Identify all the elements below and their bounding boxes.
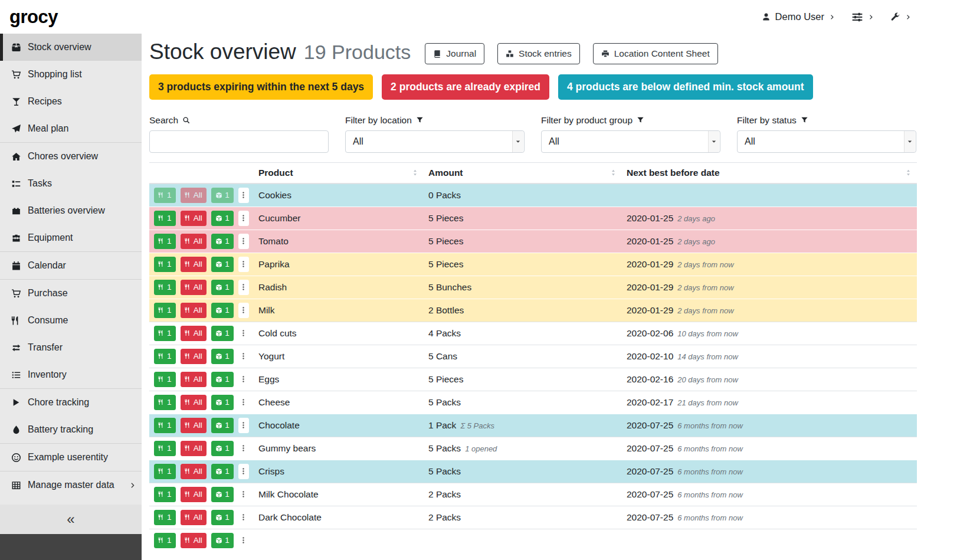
sidebar-item-tasks[interactable]: Tasks bbox=[0, 170, 142, 197]
sidebar-item-manage-master-data[interactable]: Manage master data bbox=[0, 471, 142, 499]
below-min-stock-badge[interactable]: 4 products are below defined min. stock … bbox=[558, 74, 813, 100]
consume-one-button[interactable]: 1 bbox=[154, 211, 176, 226]
consume-all-button[interactable]: All bbox=[181, 211, 207, 226]
consume-all-button[interactable]: All bbox=[181, 257, 207, 272]
sidebar-item-meal-plan[interactable]: Meal plan bbox=[0, 115, 142, 142]
sidebar-item-batteries-overview[interactable]: Batteries overview bbox=[0, 197, 142, 224]
expiring-products-badge[interactable]: 3 products expiring within the next 5 da… bbox=[149, 74, 373, 100]
row-menu-button[interactable] bbox=[238, 418, 249, 433]
sidebar-item-transfer[interactable]: Transfer bbox=[0, 334, 142, 361]
sidebar-item-example-userentity[interactable]: Example userentity bbox=[0, 444, 142, 471]
open-one-button[interactable]: 1 bbox=[211, 349, 234, 364]
consume-one-button[interactable]: 1 bbox=[154, 372, 176, 387]
consume-one-button[interactable]: 1 bbox=[154, 418, 176, 433]
consume-one-button[interactable]: 1 bbox=[154, 510, 176, 525]
row-menu-button[interactable] bbox=[238, 234, 249, 249]
consume-one-button[interactable]: 1 bbox=[154, 487, 176, 502]
sidebar-item-consume[interactable]: Consume bbox=[0, 307, 142, 334]
open-one-button[interactable]: 1 bbox=[211, 395, 234, 410]
consume-all-button[interactable]: All bbox=[181, 441, 207, 456]
consume-one-button[interactable]: 1 bbox=[154, 441, 176, 456]
sidebar-item-equipment[interactable]: Equipment bbox=[0, 224, 142, 251]
consume-all-button[interactable]: All bbox=[181, 280, 207, 295]
consume-all-button[interactable]: All bbox=[181, 395, 207, 410]
row-menu-button[interactable] bbox=[238, 533, 249, 548]
sidebar-item-calendar[interactable]: Calendar bbox=[0, 252, 142, 279]
consume-one-button[interactable]: 1 bbox=[154, 395, 176, 410]
row-menu-button[interactable] bbox=[238, 395, 249, 410]
row-menu-button[interactable] bbox=[238, 326, 249, 341]
consume-all-button[interactable]: All bbox=[181, 372, 207, 387]
sort-icon[interactable] bbox=[905, 169, 912, 176]
amount-column-header[interactable]: Amount bbox=[424, 162, 622, 184]
status-filter-select[interactable]: All bbox=[737, 130, 916, 153]
stock-entries-button[interactable]: Stock entries bbox=[497, 43, 580, 64]
open-one-button[interactable]: 1 bbox=[211, 211, 234, 226]
product-column-header[interactable]: Product bbox=[254, 162, 424, 184]
row-menu-button[interactable] bbox=[238, 349, 249, 364]
consume-all-button[interactable]: All bbox=[181, 510, 207, 525]
product-group-filter-select[interactable]: All bbox=[541, 130, 720, 153]
location-filter-select[interactable]: All bbox=[345, 130, 525, 153]
sidebar-item-chore-tracking[interactable]: Chore tracking bbox=[0, 389, 142, 416]
consume-one-button[interactable]: 1 bbox=[154, 188, 176, 203]
open-one-button[interactable]: 1 bbox=[211, 188, 234, 203]
consume-one-button[interactable]: 1 bbox=[154, 349, 176, 364]
quick-settings-menu[interactable] bbox=[851, 11, 874, 23]
sidebar-item-stock-overview[interactable]: Stock overview bbox=[0, 34, 142, 61]
row-menu-button[interactable] bbox=[238, 464, 249, 479]
journal-button[interactable]: Journal bbox=[425, 43, 484, 64]
row-menu-button[interactable] bbox=[238, 280, 249, 295]
admin-menu[interactable] bbox=[890, 12, 911, 22]
open-one-button[interactable]: 1 bbox=[211, 280, 234, 295]
open-one-button[interactable]: 1 bbox=[211, 441, 234, 456]
location-content-sheet-button[interactable]: Location Content Sheet bbox=[593, 43, 718, 64]
sidebar-item-purchase[interactable]: Purchase bbox=[0, 280, 142, 307]
sidebar-item-shopping-list[interactable]: Shopping list bbox=[0, 61, 142, 88]
row-menu-button[interactable] bbox=[238, 487, 249, 502]
next-best-before-date-column-header[interactable]: Next best before date bbox=[622, 162, 917, 184]
open-one-button[interactable]: 1 bbox=[211, 303, 234, 318]
sort-icon[interactable] bbox=[411, 169, 419, 176]
consume-all-button[interactable]: All bbox=[181, 418, 207, 433]
consume-all-button[interactable]: All bbox=[181, 188, 207, 203]
consume-one-button[interactable]: 1 bbox=[154, 464, 176, 479]
open-one-button[interactable]: 1 bbox=[211, 464, 234, 479]
open-one-button[interactable]: 1 bbox=[211, 418, 234, 433]
consume-all-button[interactable]: All bbox=[181, 349, 207, 364]
sort-icon[interactable] bbox=[609, 169, 617, 176]
row-menu-button[interactable] bbox=[238, 372, 249, 387]
expired-products-badge[interactable]: 2 products are already expired bbox=[382, 74, 549, 100]
sidebar-item-battery-tracking[interactable]: Battery tracking bbox=[0, 416, 142, 443]
consume-all-button[interactable]: All bbox=[181, 487, 207, 502]
open-one-button[interactable]: 1 bbox=[211, 487, 234, 502]
open-one-button[interactable]: 1 bbox=[211, 510, 234, 525]
open-one-button[interactable]: 1 bbox=[211, 533, 234, 548]
row-menu-button[interactable] bbox=[238, 188, 249, 203]
consume-one-button[interactable]: 1 bbox=[154, 234, 176, 249]
consume-one-button[interactable]: 1 bbox=[154, 303, 176, 318]
consume-all-button[interactable]: All bbox=[181, 303, 207, 318]
search-input[interactable] bbox=[149, 130, 329, 153]
row-menu-button[interactable] bbox=[238, 303, 249, 318]
consume-all-button[interactable]: All bbox=[181, 533, 207, 548]
open-one-button[interactable]: 1 bbox=[211, 257, 234, 272]
sidebar-collapse-button[interactable]: « bbox=[0, 505, 142, 534]
consume-one-button[interactable]: 1 bbox=[154, 280, 176, 295]
row-menu-button[interactable] bbox=[238, 441, 249, 456]
row-menu-button[interactable] bbox=[238, 211, 249, 226]
consume-one-button[interactable]: 1 bbox=[154, 257, 176, 272]
consume-one-button[interactable]: 1 bbox=[154, 533, 176, 548]
consume-all-button[interactable]: All bbox=[181, 234, 207, 249]
user-menu[interactable]: Demo User bbox=[762, 11, 835, 22]
consume-all-button[interactable]: All bbox=[181, 464, 207, 479]
sidebar-item-inventory[interactable]: Inventory bbox=[0, 361, 142, 388]
row-menu-button[interactable] bbox=[238, 257, 249, 272]
sidebar-item-recipes[interactable]: Recipes bbox=[0, 88, 142, 115]
open-one-button[interactable]: 1 bbox=[211, 326, 234, 341]
sidebar-item-chores-overview[interactable]: Chores overview bbox=[0, 143, 142, 170]
row-menu-button[interactable] bbox=[238, 510, 249, 525]
open-one-button[interactable]: 1 bbox=[211, 372, 234, 387]
consume-one-button[interactable]: 1 bbox=[154, 326, 176, 341]
consume-all-button[interactable]: All bbox=[181, 326, 207, 341]
